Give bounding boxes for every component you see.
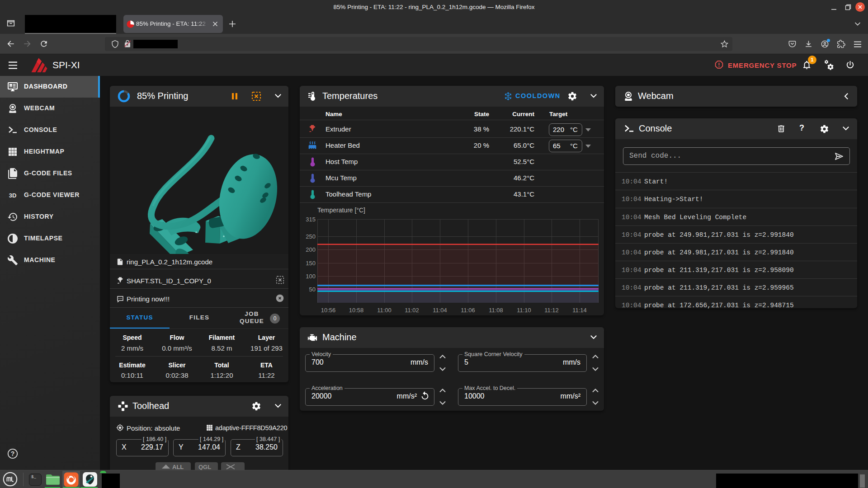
svg-text:11:14: 11:14 [572, 307, 587, 314]
svg-text:11:04: 11:04 [433, 307, 447, 314]
svg-text:11:12: 11:12 [544, 307, 559, 314]
svg-text:11:10: 11:10 [517, 307, 531, 314]
svg-text:?: ? [11, 450, 15, 457]
svg-text:200: 200 [306, 246, 316, 253]
svg-text:Temperature [°C]: Temperature [°C] [317, 206, 365, 214]
svg-text:11:02: 11:02 [405, 307, 419, 314]
svg-text:11:08: 11:08 [489, 307, 503, 314]
svg-text:10:58: 10:58 [349, 307, 364, 314]
svg-text:3D: 3D [9, 192, 17, 199]
svg-text:150: 150 [306, 260, 316, 267]
svg-text:11:06: 11:06 [461, 307, 475, 314]
svg-text:315: 315 [306, 216, 316, 223]
svg-text:100: 100 [306, 273, 316, 280]
svg-text:250: 250 [306, 233, 316, 240]
svg-text:11:00: 11:00 [377, 307, 392, 314]
svg-text:50: 50 [309, 286, 316, 293]
svg-text:10:56: 10:56 [321, 307, 336, 314]
